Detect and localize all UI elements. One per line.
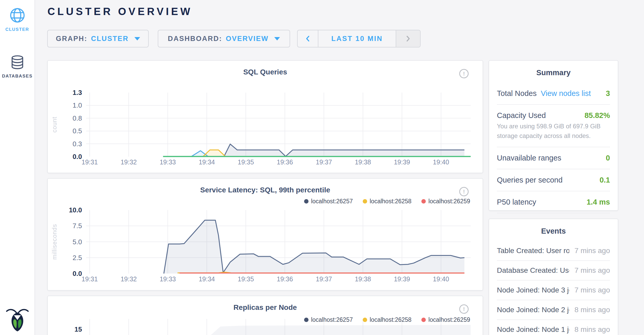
svg-text:19:36: 19:36 bbox=[277, 275, 293, 283]
qps-value: 0.1 bbox=[600, 176, 610, 184]
summary-row-p50: P50 latency 1.4 ms bbox=[497, 191, 610, 213]
chevron-down-icon bbox=[134, 37, 140, 40]
graph-dropdown-label: GRAPH: bbox=[56, 35, 87, 43]
svg-text:0.0: 0.0 bbox=[73, 153, 82, 160]
svg-text:1.3: 1.3 bbox=[73, 89, 82, 96]
legend-item[interactable]: localhost:26259 bbox=[421, 198, 470, 205]
controls-bar: GRAPH: CLUSTER DASHBOARD: OVERVIEW LAST … bbox=[47, 30, 421, 47]
chart-legend: localhost:26257localhost:26258localhost:… bbox=[304, 316, 470, 323]
info-icon[interactable]: ! bbox=[459, 187, 469, 196]
sidebar: CLUSTER DATABASES bbox=[0, 0, 35, 335]
view-nodes-list-link[interactable]: View nodes list bbox=[541, 89, 591, 98]
graph-dropdown-value: CLUSTER bbox=[91, 35, 129, 43]
legend-dot-icon bbox=[304, 199, 309, 204]
svg-text:19:40: 19:40 bbox=[433, 158, 449, 166]
unavailable-ranges-value: 0 bbox=[606, 154, 610, 162]
summary-panel: Summary Total Nodes View nodes list 3 Ca… bbox=[489, 60, 618, 211]
legend-label: localhost:26257 bbox=[311, 198, 353, 205]
svg-text:7.5: 7.5 bbox=[73, 222, 82, 230]
event-time: 7 mins ago bbox=[574, 247, 610, 255]
events-title: Events bbox=[489, 227, 618, 235]
graph-dropdown[interactable]: GRAPH: CLUSTER bbox=[47, 30, 149, 47]
time-window-selector: LAST 10 MIN bbox=[297, 30, 421, 47]
globe-icon bbox=[9, 7, 26, 24]
svg-text:19:33: 19:33 bbox=[160, 158, 176, 166]
event-time: 7 mins ago bbox=[574, 266, 610, 275]
legend-item[interactable]: localhost:26257 bbox=[304, 316, 353, 323]
svg-text:19:31: 19:31 bbox=[81, 158, 98, 166]
summary-row-capacity: Capacity Used 85.82% You are using 598.9… bbox=[497, 105, 610, 147]
svg-text:0.5: 0.5 bbox=[73, 127, 82, 135]
total-nodes-value: 3 bbox=[606, 89, 610, 98]
event-text: Table Created: User root cre... bbox=[497, 247, 569, 255]
event-row: Node Joined: Node 2 joined... 8 mins ago bbox=[497, 300, 610, 320]
page-title: CLUSTER OVERVIEW bbox=[47, 6, 193, 17]
capacity-used-note: You are using 598.9 GiB of 697.9 GiB sto… bbox=[497, 121, 610, 147]
svg-text:19:39: 19:39 bbox=[394, 158, 410, 166]
svg-text:19:34: 19:34 bbox=[199, 275, 215, 283]
svg-text:19:38: 19:38 bbox=[355, 275, 371, 283]
qps-label: Queries per second bbox=[497, 176, 563, 184]
svg-text:19:32: 19:32 bbox=[121, 275, 137, 283]
event-text: Database Created: User roo... bbox=[497, 266, 569, 275]
event-row: Database Created: User roo... 7 mins ago bbox=[497, 261, 610, 281]
legend-label: localhost:26259 bbox=[428, 198, 470, 205]
dashboard-dropdown-value: OVERVIEW bbox=[226, 35, 269, 43]
capacity-used-value: 85.82% bbox=[585, 111, 610, 120]
legend-dot-icon bbox=[421, 199, 426, 204]
legend-label: localhost:26258 bbox=[370, 316, 412, 323]
time-prev-button[interactable] bbox=[298, 30, 318, 47]
time-next-button[interactable] bbox=[396, 30, 420, 47]
svg-text:19:37: 19:37 bbox=[316, 275, 332, 283]
info-icon[interactable]: ! bbox=[459, 304, 469, 314]
time-window-label[interactable]: LAST 10 MIN bbox=[318, 30, 396, 47]
service-latency-chart[interactable]: 19:3119:3219:3319:3419:3519:3619:3719:38… bbox=[48, 179, 483, 291]
legend-item[interactable]: localhost:26258 bbox=[363, 198, 412, 205]
event-time: 8 mins ago bbox=[574, 306, 610, 314]
unavailable-ranges-label: Unavailable ranges bbox=[497, 154, 561, 162]
chevron-left-icon bbox=[305, 34, 310, 43]
sql-queries-chart[interactable]: 19:3119:3219:3319:3419:3519:3619:3719:38… bbox=[48, 61, 483, 173]
svg-text:2.5: 2.5 bbox=[73, 254, 82, 262]
sidebar-item-cluster[interactable]: CLUSTER bbox=[0, 0, 35, 37]
event-text: Node Joined: Node 3 joined... bbox=[497, 286, 569, 294]
svg-text:19:34: 19:34 bbox=[199, 158, 215, 166]
legend-dot-icon bbox=[421, 318, 426, 322]
legend-item[interactable]: localhost:26257 bbox=[304, 198, 353, 205]
event-text: Node Joined: Node 1 joined... bbox=[497, 325, 569, 334]
svg-text:19:38: 19:38 bbox=[355, 158, 371, 166]
svg-text:19:35: 19:35 bbox=[238, 275, 254, 283]
sidebar-item-label: DATABASES bbox=[2, 74, 33, 79]
svg-text:19:33: 19:33 bbox=[160, 275, 176, 283]
info-icon[interactable]: ! bbox=[459, 69, 469, 78]
event-row: Node Joined: Node 3 joined... 7 mins ago bbox=[497, 281, 610, 300]
dashboard-dropdown[interactable]: DASHBOARD: OVERVIEW bbox=[158, 30, 290, 47]
legend-item[interactable]: localhost:26259 bbox=[421, 316, 470, 323]
dashboard-dropdown-label: DASHBOARD: bbox=[168, 35, 222, 43]
svg-text:milliseconds: milliseconds bbox=[51, 224, 58, 260]
svg-text:count: count bbox=[51, 117, 58, 132]
svg-text:19:37: 19:37 bbox=[316, 158, 332, 166]
sql-queries-card: SQL Queries ! 19:3119:3219:3319:3419:351… bbox=[47, 60, 483, 173]
sidebar-item-label: CLUSTER bbox=[5, 27, 29, 32]
chart-title: Service Latency: SQL, 99th percentile bbox=[48, 186, 483, 194]
chart-legend: localhost:26257localhost:26258localhost:… bbox=[304, 198, 470, 205]
cockroachdb-logo bbox=[5, 307, 30, 333]
svg-text:0.0: 0.0 bbox=[73, 270, 82, 277]
svg-text:19:35: 19:35 bbox=[238, 158, 254, 166]
legend-item[interactable]: localhost:26258 bbox=[363, 316, 412, 323]
sidebar-item-databases[interactable]: DATABASES bbox=[0, 48, 35, 84]
service-latency-card: Service Latency: SQL, 99th percentile ! … bbox=[47, 178, 483, 291]
events-panel: Events Table Created: User root cre... 7… bbox=[489, 219, 618, 335]
svg-text:10.0: 10.0 bbox=[69, 206, 82, 214]
p50-latency-label: P50 latency bbox=[497, 198, 536, 206]
legend-label: localhost:26257 bbox=[311, 316, 353, 323]
event-row: Node Joined: Node 1 joined... 8 mins ago bbox=[497, 320, 610, 335]
p50-latency-value: 1.4 ms bbox=[587, 198, 610, 206]
svg-text:19:32: 19:32 bbox=[121, 158, 137, 166]
database-icon bbox=[9, 54, 25, 71]
svg-text:19:31: 19:31 bbox=[81, 275, 98, 283]
event-time: 8 mins ago bbox=[574, 325, 610, 334]
replicas-per-node-chart[interactable]: 15 bbox=[48, 296, 483, 335]
svg-text:19:40: 19:40 bbox=[433, 275, 449, 283]
